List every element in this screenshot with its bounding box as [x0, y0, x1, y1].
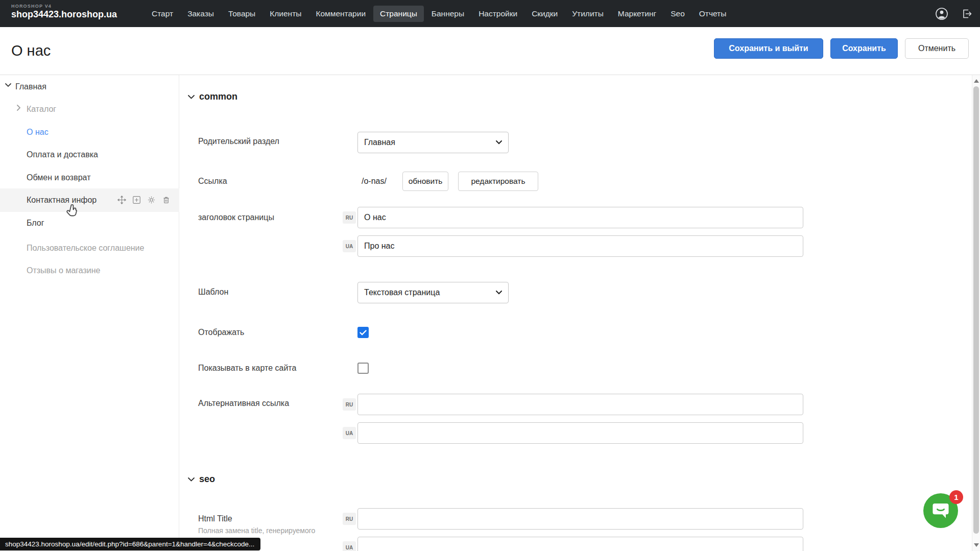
link-refresh-button[interactable]: обновить	[402, 172, 448, 191]
top-menu: Старт Заказы Товары Клиенты Комментарии …	[145, 0, 733, 27]
pages-tree-sidebar: Главная Каталог О нас Оплата и доставка …	[0, 75, 179, 551]
chevron-down-icon	[496, 291, 502, 295]
vertical-scrollbar[interactable]	[972, 75, 980, 551]
display-label: Отображать	[198, 327, 244, 338]
check-icon	[360, 330, 367, 336]
cancel-button[interactable]: Отменить	[905, 38, 969, 59]
lang-ua-badge: UA	[343, 427, 356, 439]
page-title-field-label: заголовок страницы	[198, 212, 274, 223]
lang-ru-badge: RU	[343, 398, 356, 411]
menu-item-seo[interactable]: Seo	[664, 6, 691, 22]
html-title-ru-input[interactable]	[357, 508, 803, 530]
section-common-title: common	[199, 91, 237, 102]
app-window: HOROSHOP V4 shop34423.horoshop.ua Старт …	[0, 0, 980, 551]
chevron-down-icon	[188, 95, 195, 99]
sidebar-item-payment-delivery[interactable]: Оплата и доставка	[27, 149, 98, 160]
sidebar-item-about[interactable]: О нас	[27, 127, 49, 138]
chevron-down-icon[interactable]	[5, 83, 11, 87]
chat-bubble-icon	[930, 500, 951, 521]
save-and-exit-button[interactable]: Сохранить и выйти	[714, 38, 823, 59]
sitemap-checkbox[interactable]	[357, 363, 369, 374]
scroll-down-arrow-icon[interactable]	[974, 543, 979, 547]
status-url-tooltip: shop34423.horoshop.ua/edit/edit.php?id=6…	[0, 538, 260, 550]
lang-ru-badge: RU	[343, 513, 356, 525]
parent-section-select[interactable]: Главная	[357, 132, 509, 153]
page-edit-form: common Родительский раздел Главная Ссылк…	[179, 75, 972, 551]
add-icon[interactable]	[132, 196, 141, 204]
link-path-value: /o-nas/	[362, 176, 387, 186]
menu-item-clients[interactable]: Клиенты	[263, 6, 308, 22]
sidebar-item-exchange-return[interactable]: Обмен и возврат	[27, 172, 90, 183]
template-select[interactable]: Текстовая страница	[357, 282, 509, 303]
alt-link-label: Альтернативная ссылка	[198, 398, 289, 409]
alt-link-ua-input[interactable]	[357, 422, 803, 444]
scroll-up-arrow-icon[interactable]	[974, 79, 979, 83]
menu-item-comments[interactable]: Комментарии	[309, 6, 372, 22]
menu-item-pages[interactable]: Страницы	[373, 6, 424, 22]
html-title-label: Html Title	[198, 514, 232, 524]
header-actions: Сохранить и выйти Сохранить Отменить	[714, 38, 969, 59]
template-label: Шаблон	[198, 287, 228, 297]
topbar-right	[935, 0, 973, 27]
account-icon[interactable]	[935, 7, 948, 20]
section-common-header[interactable]: common	[188, 91, 237, 102]
page-title-ru-input[interactable]	[357, 207, 803, 228]
sidebar-item-store-reviews[interactable]: Отзывы о магазине	[27, 265, 101, 276]
section-seo-header[interactable]: seo	[188, 474, 215, 485]
chat-unread-badge: 1	[949, 490, 963, 504]
topbar: HOROSHOP V4 shop34423.horoshop.ua Старт …	[0, 0, 980, 27]
section-seo-title: seo	[199, 474, 215, 485]
menu-item-marketing[interactable]: Маркетинг	[611, 6, 663, 22]
logout-icon[interactable]	[961, 8, 973, 20]
menu-item-settings[interactable]: Настройки	[472, 6, 524, 22]
save-button[interactable]: Сохранить	[830, 38, 898, 59]
template-value: Текстовая страница	[364, 288, 440, 297]
sidebar-item-blog[interactable]: Блог	[27, 218, 44, 229]
menu-item-reports[interactable]: Отчеты	[692, 6, 733, 22]
sidebar-item-contact-info[interactable]: Контактная инфор	[27, 195, 97, 206]
chevron-down-icon	[188, 477, 195, 482]
scrollbar-thumb[interactable]	[973, 86, 979, 534]
menu-item-banners[interactable]: Баннеры	[425, 6, 471, 22]
lang-ua-badge: UA	[343, 541, 356, 551]
lang-ru-badge: RU	[343, 211, 356, 224]
page-title: О нас	[11, 42, 51, 59]
page-title-ua-input[interactable]	[357, 235, 803, 257]
menu-item-orders[interactable]: Заказы	[181, 6, 221, 22]
lang-ua-badge: UA	[343, 240, 356, 252]
hand-cursor-icon	[64, 201, 81, 221]
trash-icon[interactable]	[162, 196, 171, 204]
sidebar-item-catalog[interactable]: Каталог	[27, 104, 56, 115]
logo[interactable]: HOROSHOP V4 shop34423.horoshop.ua	[11, 4, 117, 20]
link-edit-button[interactable]: редактировать	[458, 172, 538, 191]
menu-item-products[interactable]: Товары	[222, 6, 262, 22]
move-icon[interactable]	[117, 196, 126, 204]
chevron-right-icon[interactable]	[17, 105, 21, 111]
display-checkbox[interactable]	[357, 327, 369, 338]
sitemap-label: Показывать в карте сайта	[198, 363, 296, 373]
menu-item-discounts[interactable]: Скидки	[525, 6, 564, 22]
menu-item-utilities[interactable]: Утилиты	[565, 6, 610, 22]
link-label: Ссылка	[198, 176, 227, 186]
sidebar-item-user-agreement[interactable]: Пользовательское соглашение	[27, 243, 144, 254]
parent-section-label: Родительский раздел	[198, 136, 279, 147]
html-title-ua-input[interactable]	[357, 537, 803, 551]
menu-item-start[interactable]: Старт	[145, 6, 180, 22]
parent-section-value: Главная	[364, 138, 395, 147]
logo-version-label: HOROSHOP V4	[11, 4, 117, 9]
tree-row-actions	[117, 196, 171, 204]
sidebar-item-home[interactable]: Главная	[15, 81, 46, 92]
alt-link-ru-input[interactable]	[357, 394, 803, 415]
html-title-hint: Полная замена title, генерируемого	[198, 526, 315, 535]
gear-icon[interactable]	[147, 196, 156, 204]
logo-domain: shop34423.horoshop.ua	[11, 9, 117, 20]
chevron-down-icon	[496, 140, 502, 145]
page-header: О нас Сохранить и выйти Сохранить Отмени…	[0, 27, 980, 75]
